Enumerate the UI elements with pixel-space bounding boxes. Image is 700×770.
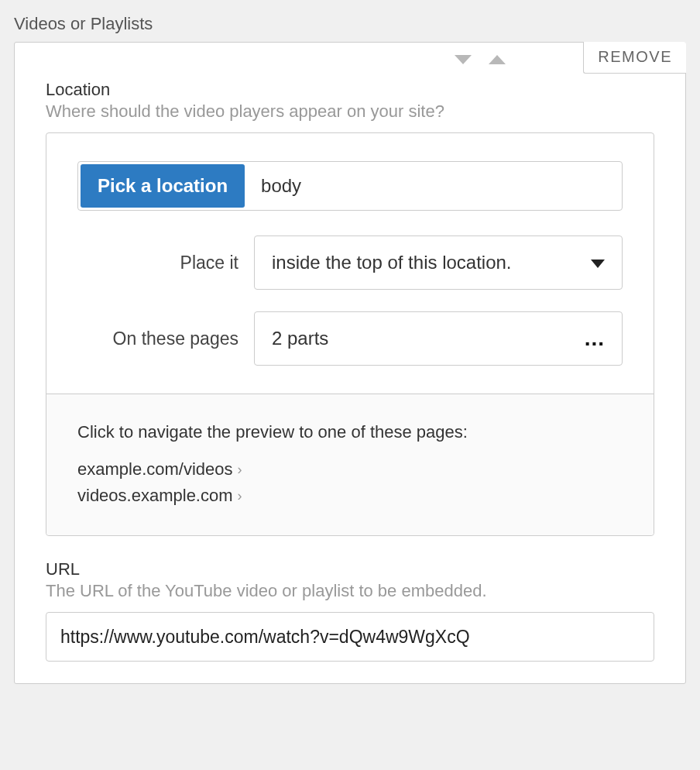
place-select-value: inside the top of this location. — [272, 252, 512, 273]
location-picker: Pick a location body — [77, 161, 623, 211]
chevron-down-icon — [591, 252, 605, 273]
location-value: body — [247, 162, 622, 210]
place-row: Place it inside the top of this location… — [77, 235, 623, 290]
page-link-text: videos.example.com — [77, 486, 233, 506]
reorder-controls — [455, 43, 583, 74]
url-description: The URL of the YouTube video or playlist… — [46, 581, 654, 601]
pages-label: On these pages — [77, 328, 254, 349]
url-input[interactable] — [46, 612, 654, 662]
pick-location-button[interactable]: Pick a location — [81, 164, 245, 208]
place-select[interactable]: inside the top of this location. — [254, 235, 623, 290]
preview-instruction: Click to navigate the preview to one of … — [77, 422, 623, 442]
ellipsis-icon: ... — [585, 326, 605, 351]
config-panel: REMOVE Location Where should the video p… — [14, 42, 686, 684]
location-section: Location Where should the video players … — [15, 74, 685, 536]
remove-button[interactable]: REMOVE — [583, 42, 686, 74]
svg-marker-2 — [591, 260, 605, 268]
move-down-icon[interactable] — [455, 55, 472, 66]
panel-title: Videos or Playlists — [14, 14, 686, 34]
chevron-right-icon: › — [238, 488, 242, 504]
svg-marker-0 — [455, 55, 472, 64]
move-up-icon[interactable] — [489, 55, 506, 66]
panel-header: REMOVE — [15, 43, 685, 74]
pages-select-value: 2 parts — [272, 328, 328, 349]
url-label: URL — [46, 559, 654, 579]
location-description: Where should the video players appear on… — [46, 101, 654, 122]
pages-select[interactable]: 2 parts ... — [254, 311, 623, 366]
place-label: Place it — [77, 253, 254, 273]
pages-row: On these pages 2 parts ... — [77, 311, 623, 366]
location-box: Pick a location body Place it inside the… — [46, 132, 654, 536]
chevron-right-icon: › — [238, 462, 242, 478]
preview-pages-box: Click to navigate the preview to one of … — [46, 394, 654, 535]
svg-marker-1 — [489, 55, 506, 64]
page-link-text: example.com/videos — [77, 459, 233, 480]
page-link-item[interactable]: videos.example.com › — [77, 486, 623, 506]
url-section: URL The URL of the YouTube video or play… — [15, 536, 685, 662]
location-label: Location — [46, 80, 654, 100]
page-link-item[interactable]: example.com/videos › — [77, 459, 623, 480]
